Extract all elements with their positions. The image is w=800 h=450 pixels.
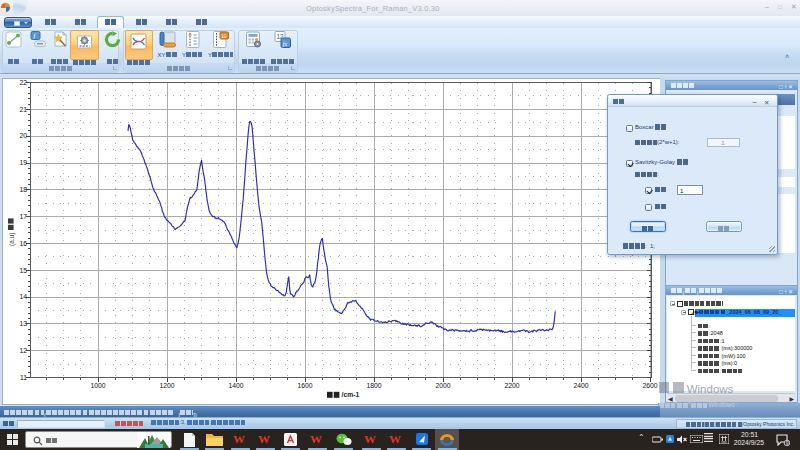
- svg-text:22: 22: [19, 78, 27, 85]
- svg-text:1600: 1600: [297, 382, 312, 389]
- svg-text:1400: 1400: [228, 382, 243, 389]
- svg-text:1200: 1200: [159, 382, 174, 389]
- svg-text:16: 16: [19, 239, 27, 246]
- svg-text:2400: 2400: [573, 382, 588, 389]
- svg-text:19: 19: [19, 159, 27, 166]
- svg-text:(a.u): (a.u): [8, 232, 16, 245]
- svg-text:21: 21: [19, 105, 27, 112]
- svg-text:18: 18: [19, 186, 27, 193]
- svg-text:15: 15: [19, 266, 27, 273]
- svg-text:20: 20: [19, 132, 27, 139]
- svg-text:14: 14: [19, 293, 27, 300]
- svg-text:10: 10: [221, 33, 227, 39]
- svg-text:1000: 1000: [90, 382, 105, 389]
- svg-text:2000: 2000: [435, 382, 450, 389]
- svg-text:fx: fx: [282, 41, 287, 47]
- svg-text:12: 12: [19, 347, 27, 354]
- svg-text:2200: 2200: [504, 382, 519, 389]
- svg-text:/cm-1: /cm-1: [342, 391, 360, 398]
- svg-text:11: 11: [20, 373, 27, 380]
- svg-text:9: 9: [786, 440, 789, 446]
- svg-text:2600: 2600: [642, 382, 657, 389]
- svg-text:13: 13: [19, 320, 27, 327]
- svg-text:1800: 1800: [366, 382, 381, 389]
- svg-text:17: 17: [19, 212, 27, 219]
